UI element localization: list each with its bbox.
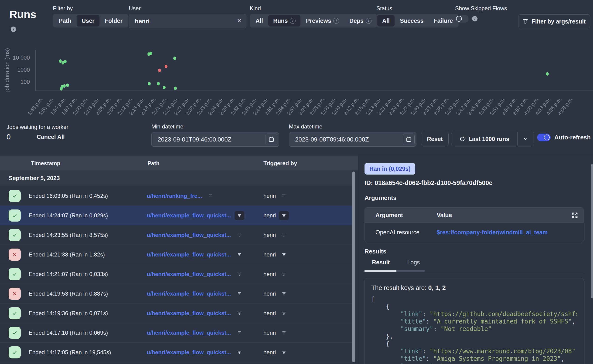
run-path-link[interactable]: u/henri/example_flow_quickst...	[147, 232, 231, 238]
filter-icon[interactable]	[235, 348, 244, 357]
json-line: "title": "A currently maintained fork of…	[371, 318, 577, 325]
tab-result[interactable]: Result	[372, 259, 390, 266]
last-runs-button[interactable]: Last 1000 runs	[451, 132, 517, 146]
expand-icon[interactable]	[571, 212, 579, 221]
argument-value-link[interactable]: $res:f/company-folder/windmill_ai_team	[437, 229, 548, 236]
run-path-link[interactable]: u/henri/example_flow_quickst...	[147, 310, 231, 317]
duration-badge: Ran in (0,029s)	[364, 163, 415, 175]
run-dot-failure[interactable]	[158, 69, 161, 72]
table-row[interactable]: Ended 14:21:38 (Ran in 1,82s)u/henri/exa…	[0, 245, 352, 264]
kind-runs-button[interactable]: Runsi	[268, 15, 301, 26]
run-path-link[interactable]: u/henri/example_flow_quickst...	[147, 291, 231, 297]
filter-icon[interactable]	[235, 211, 244, 220]
kind-all-button[interactable]: All	[250, 15, 268, 26]
run-dot-success[interactable]	[148, 82, 151, 85]
run-path-link[interactable]: u/henri/example_flow_quickst...	[147, 212, 231, 219]
filter-by-folder-button[interactable]: Folder	[100, 15, 127, 26]
filter-icon[interactable]	[206, 192, 215, 200]
filter-icon[interactable]	[279, 348, 289, 357]
status-success-button[interactable]: Success	[395, 15, 428, 26]
max-datetime-input[interactable]	[289, 132, 416, 147]
runs-info-icon[interactable]: i	[11, 26, 16, 32]
success-status-icon	[9, 229, 21, 241]
filter-icon[interactable]	[235, 231, 244, 240]
run-dot-success[interactable]	[149, 52, 152, 55]
run-dot-failure[interactable]	[165, 65, 167, 68]
active-tab-underline	[364, 270, 396, 272]
table-row[interactable]: Ended 14:19:53 (Ran in 0,887s)u/henri/ex…	[0, 284, 352, 304]
result-viewer: The result keys are: 0, 1, 2 [ { "link":…	[364, 278, 584, 364]
table-row[interactable]: Ended 14:17:10 (Ran in 0,069s)u/henri/ex…	[0, 323, 352, 343]
run-path-link[interactable]: u/henri/ranking_fre...	[147, 193, 202, 199]
filter-by-user-button[interactable]: User	[77, 15, 99, 26]
run-timestamp: Ended 16:03:05 (Ran in 0,452s)	[29, 193, 108, 199]
failure-status-icon	[9, 248, 21, 261]
filter-icon[interactable]	[235, 270, 244, 279]
reset-button[interactable]: Reset	[421, 132, 448, 146]
run-path-cell: u/henri/example_flow_quickst...	[147, 211, 244, 220]
run-triggered-by: henri	[264, 310, 276, 317]
run-dot-success[interactable]	[174, 87, 177, 90]
filter-icon[interactable]	[279, 289, 289, 298]
column-header-timestamp: Timestamp	[31, 160, 60, 167]
filter-icon[interactable]	[235, 309, 244, 318]
filter-icon[interactable]	[279, 211, 289, 220]
run-triggered-cell: henri	[264, 270, 289, 279]
calendar-icon[interactable]	[403, 134, 415, 145]
filter-by-args-button[interactable]: Filter by args/result	[518, 14, 590, 28]
filter-icon[interactable]	[235, 289, 244, 298]
run-path-link[interactable]: u/henri/example_flow_quickst...	[147, 251, 231, 258]
filter-by-path-button[interactable]: Path	[54, 15, 76, 26]
cancel-all-button[interactable]: Cancel All	[37, 134, 65, 140]
run-dot-success[interactable]	[163, 86, 166, 89]
filter-icon[interactable]	[279, 192, 289, 200]
run-dot-success[interactable]	[66, 84, 69, 87]
run-dot-success[interactable]	[64, 60, 67, 63]
show-skipped-toggle[interactable]	[455, 15, 469, 23]
kind-deps-button[interactable]: Depsi	[344, 15, 376, 26]
filter-icon[interactable]	[279, 309, 289, 318]
run-dot-success[interactable]	[63, 84, 66, 88]
run-path-cell: u/henri/example_flow_quickst...	[147, 309, 244, 318]
run-path-link[interactable]: u/henri/example_flow_quickst...	[147, 349, 231, 356]
run-dot-success[interactable]	[546, 72, 549, 76]
status-segmented: All Success Failure	[376, 14, 459, 27]
run-triggered-by: henri	[264, 291, 276, 297]
last-runs-dropdown-button[interactable]	[518, 132, 534, 146]
run-path-link[interactable]: u/henri/example_flow_quickst...	[147, 330, 231, 336]
run-triggered-cell: henri	[264, 309, 289, 318]
arguments-table: Argument Value OpenAI resource $res:f/co…	[364, 207, 584, 242]
calendar-icon[interactable]	[265, 134, 277, 145]
table-row[interactable]: Ended 14:19:36 (Ran in 0,071s)u/henri/ex…	[0, 304, 352, 323]
run-path-link[interactable]: u/henri/example_flow_quickst...	[147, 271, 231, 277]
filter-icon[interactable]	[235, 250, 244, 259]
table-scrollbar[interactable]	[352, 171, 355, 362]
filter-icon[interactable]	[235, 328, 244, 337]
run-dot-success[interactable]	[157, 82, 160, 85]
auto-refresh-group: Auto-refresh	[537, 134, 591, 141]
auto-refresh-toggle[interactable]	[537, 134, 551, 141]
filter-icon[interactable]	[279, 231, 289, 240]
tab-logs[interactable]: Logs	[407, 259, 420, 266]
y-axis-line	[35, 50, 36, 91]
table-row[interactable]: Ended 14:21:07 (Ran in 0,033s)u/henri/ex…	[0, 264, 352, 284]
panel-scrollbar[interactable]	[591, 164, 593, 298]
filter-icon[interactable]	[279, 328, 289, 337]
kind-previews-button[interactable]: Previewsi	[301, 15, 344, 26]
user-input[interactable]	[129, 14, 246, 28]
run-dot-success[interactable]	[173, 57, 176, 60]
run-path-cell: u/henri/example_flow_quickst...	[147, 328, 244, 337]
table-row[interactable]: Ended 16:03:05 (Ran in 0,452s)u/henri/ra…	[0, 186, 352, 206]
status-failure-button[interactable]: Failure	[429, 15, 458, 26]
min-datetime-input[interactable]	[152, 132, 279, 147]
result-json: [ { "link": "https://github.com/deadbeef…	[371, 295, 577, 364]
table-row[interactable]: Ended 14:23:55 (Ran in 8,575s)u/henri/ex…	[0, 225, 352, 245]
clear-user-icon[interactable]: ✕	[237, 17, 242, 25]
table-row[interactable]: Ended 14:24:07 (Ran in 0,029s)u/henri/ex…	[0, 206, 352, 225]
table-row[interactable]: Ended 14:17:05 (Ran in 19,545s)u/henri/e…	[0, 343, 352, 362]
filter-icon[interactable]	[279, 250, 289, 259]
status-all-button[interactable]: All	[377, 15, 395, 26]
filter-icon[interactable]	[279, 270, 289, 279]
min-datetime-group: Min datetime	[152, 123, 279, 147]
run-dot-success[interactable]	[59, 59, 62, 63]
